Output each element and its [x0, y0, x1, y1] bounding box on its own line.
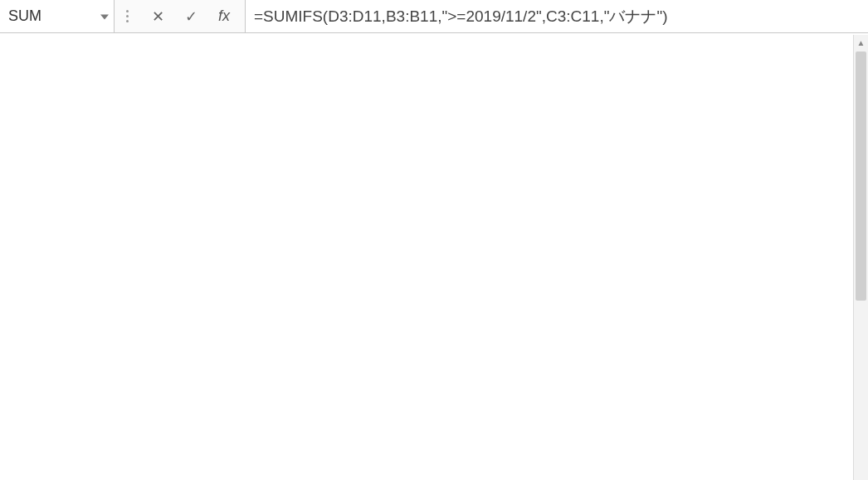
formula-input[interactable]: =SUMIFS(D3:D11,B3:B11,">=2019/11/2",C3:C… — [246, 0, 868, 32]
fx-button[interactable]: fx — [215, 7, 233, 25]
name-box[interactable]: SUM — [0, 0, 115, 32]
chevron-down-icon[interactable] — [100, 14, 109, 19]
formula-bar: SUM ✕ ✓ fx =SUMIFS(D3:D11,B3:B11,">=2019… — [0, 0, 868, 33]
name-box-text: SUM — [8, 7, 41, 25]
confirm-button[interactable]: ✓ — [182, 7, 200, 26]
grip-icon — [126, 10, 129, 22]
formula-controls: ✕ ✓ fx — [115, 0, 246, 32]
formula-text: =SUMIFS(D3:D11,B3:B11,">=2019/11/2",C3:C… — [254, 6, 668, 27]
cancel-button[interactable]: ✕ — [149, 7, 167, 26]
